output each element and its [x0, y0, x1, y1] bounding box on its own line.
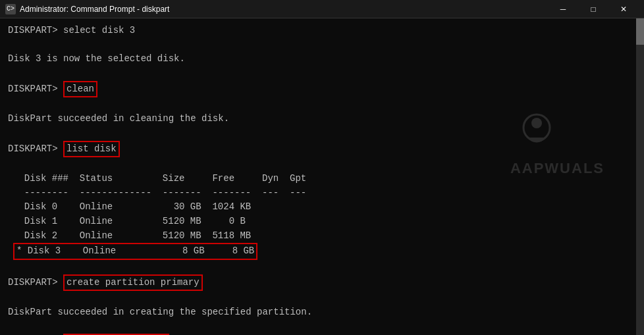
prompt-listdisk-prefix: DISKPART>: [8, 142, 63, 157]
title-bar: C> Administrator: Command Prompt - diskp…: [0, 0, 644, 18]
title-bar-left: C> Administrator: Command Prompt - diskp…: [5, 4, 169, 14]
console-body: DISKPART> select disk 3 Disk 3 is now th…: [0, 18, 644, 335]
empty-line-7: [8, 291, 636, 305]
prompt-create-prefix: DISKPART>: [8, 276, 63, 290]
table-row-disk1: Disk 1 Online 5120 MB 0 B: [13, 215, 636, 229]
line-create-partition: DISKPART> create partition primary: [8, 274, 636, 292]
line-clean-success: DiskPart succeeded in cleaning the disk.: [8, 112, 636, 126]
empty-line-1: [8, 38, 636, 53]
table-divider: -------- ------------- ------- ------- -…: [13, 186, 636, 201]
line-clean: DISKPART> clean: [8, 81, 636, 98]
disk3-row-box: * Disk 3 Online 8 GB 8 GB: [13, 243, 257, 260]
cmd-clean: clean: [63, 81, 97, 98]
minimize-button[interactable]: ─: [548, 0, 578, 18]
maximize-button[interactable]: □: [578, 0, 608, 18]
line-list-disk: DISKPART> list disk: [8, 141, 636, 158]
empty-line-6: [8, 260, 636, 274]
cmd-icon: C>: [5, 4, 16, 14]
table-header: Disk ### Status Size Free Dyn Gpt: [13, 172, 636, 186]
window-title: Administrator: Command Prompt - diskpart: [20, 5, 169, 14]
empty-line-5: [8, 157, 636, 172]
table-row-disk2: Disk 2 Online 5120 MB 5118 MB: [13, 229, 636, 244]
close-button[interactable]: ✕: [608, 0, 639, 18]
line-disk3-selected: Disk 3 is now the selected disk.: [8, 52, 636, 66]
empty-line-8: [8, 320, 636, 334]
table-row-disk3: * Disk 3 Online 8 GB 8 GB: [13, 243, 636, 260]
empty-line-2: [8, 66, 636, 81]
disk-table: Disk ### Status Size Free Dyn Gpt ------…: [8, 172, 636, 260]
line-partition-success: DiskPart succeeded in creating the speci…: [8, 305, 636, 320]
cmd-list-disk: list disk: [63, 141, 120, 158]
prompt-clean-prefix: DISKPART>: [8, 82, 63, 97]
cmd-create-partition: create partition primary: [63, 274, 203, 292]
empty-line-3: [8, 97, 636, 112]
window-controls: ─ □ ✕: [548, 0, 639, 18]
table-row-disk0: Disk 0 Online 30 GB 1024 KB: [13, 200, 636, 215]
prompt-1: DISKPART> select disk 3: [8, 24, 135, 38]
scrollbar-thumb[interactable]: [636, 18, 644, 45]
empty-line-4: [8, 126, 636, 141]
line-select-disk: DISKPART> select disk 3: [8, 24, 636, 38]
scrollbar[interactable]: [636, 18, 644, 335]
